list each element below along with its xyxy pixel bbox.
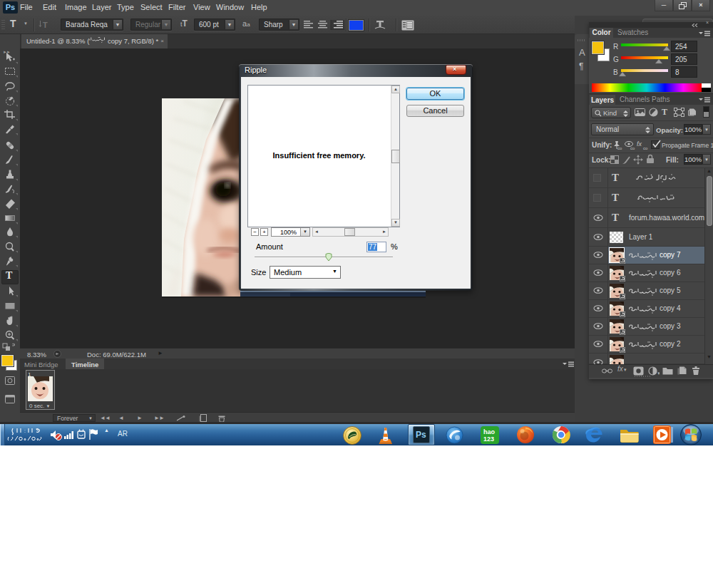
svg-text:123: 123 bbox=[483, 435, 494, 443]
svg-text:co: co bbox=[643, 146, 648, 150]
svg-text:fx: fx bbox=[637, 140, 642, 148]
svg-text:co: co bbox=[617, 146, 622, 150]
svg-text:co: co bbox=[630, 146, 635, 150]
svg-text:▼: ▼ bbox=[657, 371, 660, 376]
svg-text:hao: hao bbox=[483, 428, 496, 435]
svg-text:T: T bbox=[43, 21, 48, 29]
